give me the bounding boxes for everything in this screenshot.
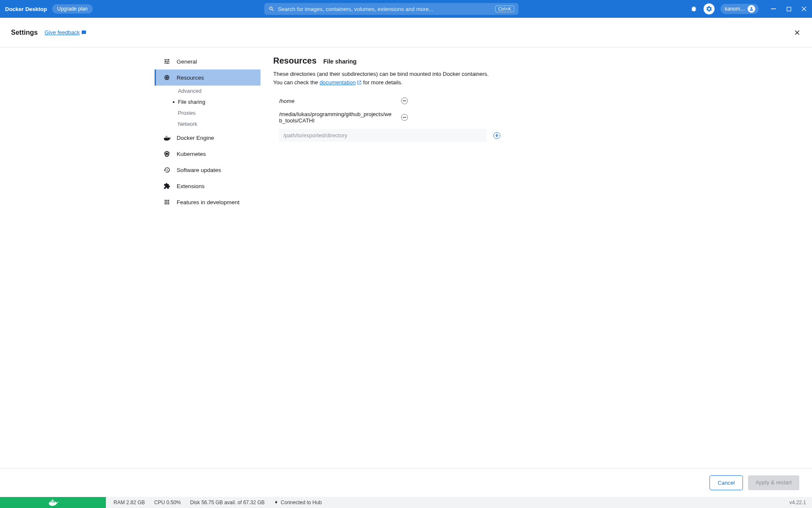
- sidebar-item-label: Kubernetes: [177, 151, 206, 157]
- sidebar-item-docker-engine[interactable]: Docker Engine: [155, 130, 261, 146]
- minus-icon: [403, 100, 406, 101]
- apply-restart-button: Apply & restart: [748, 475, 799, 490]
- content-heading: Resources: [273, 56, 316, 66]
- sidebar-item-label: Extensions: [177, 183, 205, 189]
- window-maximize-icon[interactable]: [786, 6, 792, 12]
- sidebar-item-extensions[interactable]: Extensions: [155, 178, 261, 194]
- sidebar-subitem-network[interactable]: Network: [155, 119, 261, 130]
- chip-icon: [163, 74, 171, 81]
- upgrade-plan-button[interactable]: Upgrade plan: [52, 4, 93, 14]
- shared-path-text: /media/lukas/programming/github_projects…: [279, 111, 394, 124]
- sidebar-item-resources[interactable]: Resources: [155, 69, 261, 86]
- sidebar-item-label: Resources: [177, 75, 204, 81]
- status-bar: RAM 2.82 GB CPU 0.50% Disk 56.75 GB avai…: [0, 497, 812, 508]
- docker-whale-icon: [47, 499, 58, 506]
- window-close-icon[interactable]: [801, 6, 807, 12]
- shared-path-text: /home: [279, 98, 394, 104]
- search-input[interactable]: [278, 6, 492, 12]
- add-path-row: [273, 129, 612, 142]
- cancel-button[interactable]: Cancel: [709, 475, 743, 490]
- search-icon: [269, 6, 274, 12]
- footer-actions: Cancel Apply & restart: [0, 468, 812, 497]
- sidebar-item-software-updates[interactable]: Software updates: [155, 162, 261, 178]
- titlebar: Docker Desktop Upgrade plan Ctrl+K kanom…: [0, 0, 812, 18]
- svg-rect-1: [787, 7, 790, 11]
- external-link-icon: [357, 80, 362, 85]
- kubernetes-icon: [163, 150, 171, 158]
- documentation-link[interactable]: documentation: [319, 79, 361, 86]
- shared-path-row: /home: [273, 94, 612, 108]
- sidebar-item-label: Features in development: [177, 199, 240, 205]
- settings-content: Resources File sharing These directories…: [261, 47, 625, 468]
- active-bullet-icon: [173, 101, 175, 103]
- give-feedback-link[interactable]: Give feedback: [44, 29, 86, 36]
- settings-sidebar: General Resources Advanced File sharing …: [155, 47, 261, 468]
- remove-path-button[interactable]: [401, 97, 408, 104]
- engine-status[interactable]: [0, 497, 106, 508]
- shared-path-row: /media/lukas/programming/github_projects…: [273, 108, 612, 127]
- page-title: Settings: [11, 29, 38, 36]
- svg-rect-0: [771, 8, 776, 9]
- feedback-icon: [81, 30, 86, 35]
- sidebar-item-features-in-development[interactable]: Features in development: [155, 194, 261, 210]
- sidebar-subitem-advanced[interactable]: Advanced: [155, 86, 261, 97]
- status-hub: Connected to Hub: [274, 500, 322, 505]
- sidebar-item-label: Docker Engine: [177, 135, 214, 141]
- remove-path-button[interactable]: [401, 114, 408, 121]
- search-shortcut: Ctrl+K: [495, 6, 514, 12]
- sidebar-item-general[interactable]: General: [155, 53, 261, 69]
- sidebar-item-kubernetes[interactable]: Kubernetes: [155, 146, 261, 162]
- window-minimize-icon[interactable]: [770, 6, 776, 12]
- avatar-icon: [748, 5, 755, 13]
- sidebar-subitem-file-sharing[interactable]: File sharing: [155, 97, 261, 108]
- grid-icon: [163, 198, 171, 206]
- status-disk: Disk 56.75 GB avail. of 67.32 GB: [190, 500, 265, 505]
- add-path-button[interactable]: [493, 132, 500, 139]
- search-bar[interactable]: Ctrl+K: [264, 3, 518, 15]
- status-cpu: CPU 0.50%: [154, 500, 181, 505]
- history-icon: [163, 166, 171, 174]
- content-subheading: File sharing: [323, 58, 357, 65]
- settings-icon[interactable]: [704, 3, 715, 14]
- content-description: These directories (and their subdirector…: [273, 70, 493, 86]
- account-menu[interactable]: kanom…: [721, 4, 759, 14]
- bug-icon[interactable]: [690, 5, 698, 13]
- sidebar-item-label: Software updates: [177, 167, 221, 173]
- puzzle-icon: [163, 182, 171, 190]
- add-path-input[interactable]: [279, 129, 487, 142]
- whale-icon: [163, 134, 171, 142]
- status-version: v4.22.1: [790, 500, 812, 505]
- plug-icon: [274, 500, 278, 505]
- sliders-icon: [163, 58, 171, 65]
- close-settings-icon[interactable]: [793, 29, 801, 36]
- account-name: kanom…: [725, 6, 745, 12]
- status-ram: RAM 2.82 GB: [114, 500, 145, 505]
- minus-icon: [403, 117, 406, 118]
- sidebar-subitem-proxies[interactable]: Proxies: [155, 108, 261, 119]
- app-title: Docker Desktop: [5, 6, 47, 12]
- sidebar-item-label: General: [177, 58, 197, 65]
- settings-header: Settings Give feedback: [0, 18, 812, 47]
